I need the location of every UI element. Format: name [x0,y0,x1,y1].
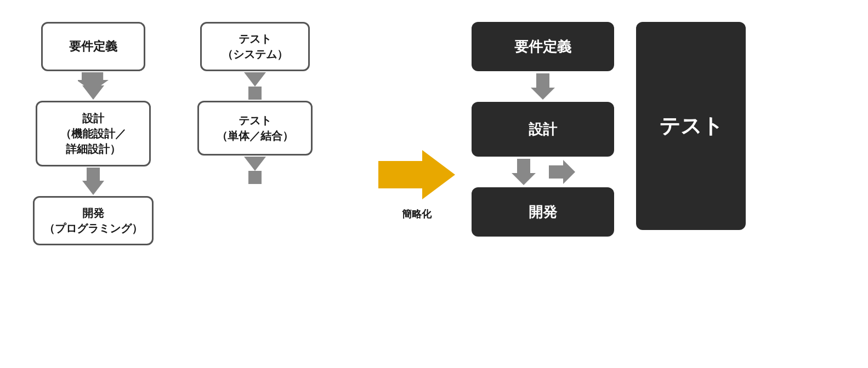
arrow-up-2 [240,157,270,184]
right-arrow-down-1 [526,73,559,100]
svg-marker-14 [563,160,575,184]
left-columns: 要件定義 設計 （機能設計／ 詳細設計） [33,22,356,245]
right-col-right: テスト [631,22,746,230]
svg-rect-3 [87,168,100,181]
box-yoken: 要件定義 [41,22,145,71]
svg-marker-12 [512,173,536,185]
box-sekkei: 設計 （機能設計／ 詳細設計） [36,101,151,166]
svg-marker-9 [378,150,455,199]
big-arrow-right [378,147,455,202]
right-arrows-row [507,159,578,185]
arrow-down-2 [78,168,109,195]
svg-rect-1 [87,72,100,85]
simplification-label: 簡略化 [402,208,432,221]
svg-rect-8 [248,171,262,184]
left-col-1: 要件定義 設計 （機能設計／ 詳細設計） [33,22,154,245]
main-container: 要件定義 設計 （機能設計／ 詳細設計） [0,0,868,368]
right-box-yoken: 要件定義 [472,22,614,71]
box-kaihatsu: 開発 （プログラミング） [33,196,154,245]
box-test-system: テスト （システム） [200,22,310,71]
svg-rect-13 [517,159,530,174]
svg-marker-7 [244,157,266,171]
right-box-sekkei: 設計 [472,102,614,157]
left-diagram: 要件定義 設計 （機能設計／ 詳細設計） [0,0,373,368]
svg-marker-2 [82,85,104,100]
arrow-down-1 [78,72,109,100]
svg-marker-4 [82,181,104,195]
right-arrow-down-2 [507,159,540,185]
right-diagram: 要件定義 設計 [461,0,868,368]
svg-rect-11 [536,73,549,89]
right-box-kaihatsu: 開発 [472,187,614,237]
right-col-left: 要件定義 設計 [472,22,614,237]
arrow-up-1 [240,72,270,100]
svg-marker-10 [531,88,555,100]
box-test-unit: テスト （単体／結合） [197,101,313,156]
svg-marker-5 [244,72,266,87]
svg-rect-6 [248,87,262,100]
center-section: 簡略化 [373,147,461,221]
svg-rect-15 [549,165,564,179]
right-box-test: テスト [636,22,746,230]
right-arrow-from-test [546,159,578,185]
left-col-2: テスト （システム） テスト （単体／結合） [197,22,313,185]
